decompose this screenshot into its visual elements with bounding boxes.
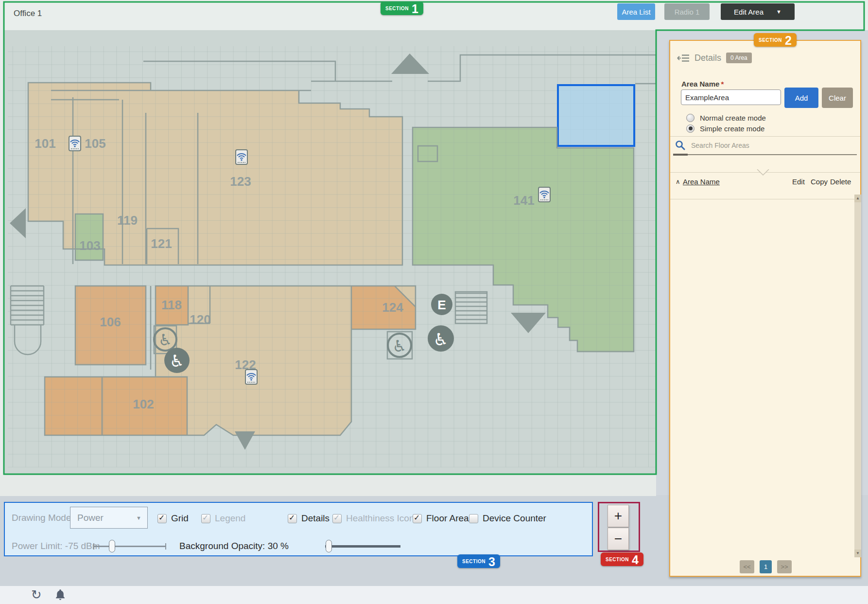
map-options-toolbar: Drawing Mode: Power ▼ Grid Legend Detail… (4, 502, 593, 556)
sort-caret-icon[interactable]: ∧ (676, 178, 680, 185)
wifi-ap-icon[interactable] (245, 370, 257, 384)
stairs-right (455, 293, 487, 320)
radio-button[interactable]: Radio 1 (664, 3, 710, 20)
healthiness-icon-checkbox[interactable]: Healthiness Icon (332, 513, 414, 524)
room-label-124: 124 (382, 300, 403, 315)
checkbox-icon (469, 514, 478, 523)
sort-by-area-name[interactable]: Area Name (683, 178, 720, 186)
area-name-input[interactable] (681, 89, 781, 105)
radio-icon (686, 114, 694, 122)
details-checkbox[interactable]: Details (288, 513, 330, 524)
room-label-141: 141 (513, 193, 534, 208)
slider-handle[interactable] (109, 540, 115, 552)
zoom-control: + − (598, 502, 640, 552)
room-label-103: 103 (79, 238, 100, 253)
wheelchair-solid-icon: ♿ (428, 325, 454, 352)
wheelchair-solid-icon: ♿ (164, 348, 190, 373)
area-list-header: ∧ Area Name Edit Copy Delete (670, 176, 860, 189)
edit-area-label: Edit Area (734, 8, 764, 16)
wifi-ap-icon[interactable] (236, 150, 247, 164)
section-1-badge: SECTION 1 (381, 1, 423, 15)
room-label-101: 101 (35, 136, 55, 151)
drawing-mode-select[interactable]: Power ▼ (70, 507, 148, 529)
simple-create-mode-radio[interactable]: Simple create mode (686, 124, 764, 133)
svg-text:♿: ♿ (433, 330, 448, 349)
pagination: << 1 >> (740, 560, 792, 573)
device-counter-checkbox[interactable]: Device Counter (469, 513, 546, 524)
divider (670, 136, 860, 137)
details-panel: Details 0 Area Area Name* Add Clear Norm… (669, 40, 861, 577)
checkbox-icon (332, 514, 342, 523)
area-list-button[interactable]: Area List (617, 3, 655, 20)
floorplan-canvas[interactable]: 101 105 123 119 103 121 141 106 118 120 … (4, 30, 656, 475)
room-label-123: 123 (230, 174, 251, 189)
checkbox-icon (157, 514, 167, 523)
slider-track (93, 546, 166, 547)
slider-track (325, 545, 400, 548)
elevator-icon: E (431, 294, 452, 315)
background-opacity-slider[interactable] (325, 540, 400, 552)
notification-bell-icon[interactable] (54, 589, 66, 602)
checkbox-icon (413, 514, 422, 523)
radio-icon (686, 124, 694, 133)
room-label-105: 105 (85, 136, 105, 151)
grid-checkbox[interactable]: Grid (157, 513, 189, 524)
current-page-button[interactable]: 1 (760, 560, 772, 573)
area-count-badge: 0 Area (726, 53, 752, 63)
zoom-in-button[interactable]: + (608, 505, 629, 527)
panel-title-row: Details 0 Area (677, 53, 752, 63)
selected-area-rectangle[interactable] (558, 85, 634, 146)
search-input[interactable] (690, 141, 838, 150)
drawing-mode-value: Power (77, 513, 104, 523)
top-bar: Office 1 Area List Radio 1 Edit Area ▼ (0, 0, 868, 30)
first-page-button[interactable]: << (740, 560, 754, 573)
collapse-menu-icon[interactable] (677, 54, 690, 62)
section-4-badge: SECTION 4 (601, 552, 643, 566)
copy-column-label[interactable]: Copy (811, 178, 828, 186)
room-label-119: 119 (117, 213, 138, 228)
search-row (675, 140, 838, 150)
room-label-121: 121 (151, 236, 172, 251)
edit-column-label[interactable]: Edit (792, 178, 805, 186)
svg-text:E: E (437, 298, 446, 312)
zoom-out-button[interactable]: − (608, 528, 629, 550)
app-window: Office 1 Area List Radio 1 Edit Area ▼ (0, 0, 868, 604)
section-2-badge: SECTION 2 (754, 33, 797, 47)
svg-text:♿: ♿ (158, 331, 173, 349)
normal-create-mode-radio[interactable]: Normal create mode (686, 113, 766, 123)
footer-strip (0, 586, 868, 604)
collapse-chevron-icon[interactable] (757, 169, 769, 176)
list-scrollbar[interactable]: ▲ ▼ (854, 195, 861, 557)
wifi-ap-icon[interactable] (538, 187, 550, 202)
svg-text:♿: ♿ (170, 352, 184, 370)
chevron-down-icon: ▼ (776, 9, 781, 15)
add-button[interactable]: Add (784, 88, 818, 108)
power-limit-slider[interactable] (93, 540, 166, 552)
refresh-icon[interactable]: ↻ (31, 587, 42, 603)
room-label-118: 118 (161, 298, 182, 312)
scroll-down-icon[interactable]: ▼ (854, 550, 861, 557)
search-icon (675, 140, 685, 150)
scroll-up-icon[interactable]: ▲ (854, 195, 861, 202)
area-list-body (670, 200, 860, 558)
legend-checkbox[interactable]: Legend (201, 513, 245, 524)
slider-handle[interactable] (326, 540, 332, 552)
floorplan-svg: 101 105 123 119 103 121 141 106 118 120 … (4, 30, 656, 475)
wifi-ap-icon[interactable] (69, 136, 81, 151)
canvas-lower-strip (0, 475, 656, 496)
required-asterisk: * (721, 80, 724, 88)
checkbox-icon (288, 514, 297, 523)
floor-area-checkbox[interactable]: Floor Area (413, 513, 469, 524)
area-name-label: Area Name* (681, 80, 724, 88)
panel-title: Details (694, 53, 721, 63)
chevron-down-icon: ▼ (136, 515, 141, 521)
room-label-106: 106 (100, 315, 121, 329)
section-3-badge: SECTION 3 (457, 554, 500, 568)
edit-area-dropdown[interactable]: Edit Area ▼ (721, 3, 795, 20)
floor-title: Office 1 (14, 0, 42, 27)
search-underline (673, 154, 857, 155)
clear-button[interactable]: Clear (822, 88, 853, 108)
room-label-120: 120 (190, 312, 210, 327)
last-page-button[interactable]: >> (777, 560, 792, 573)
delete-column-label[interactable]: Delete (830, 178, 851, 186)
